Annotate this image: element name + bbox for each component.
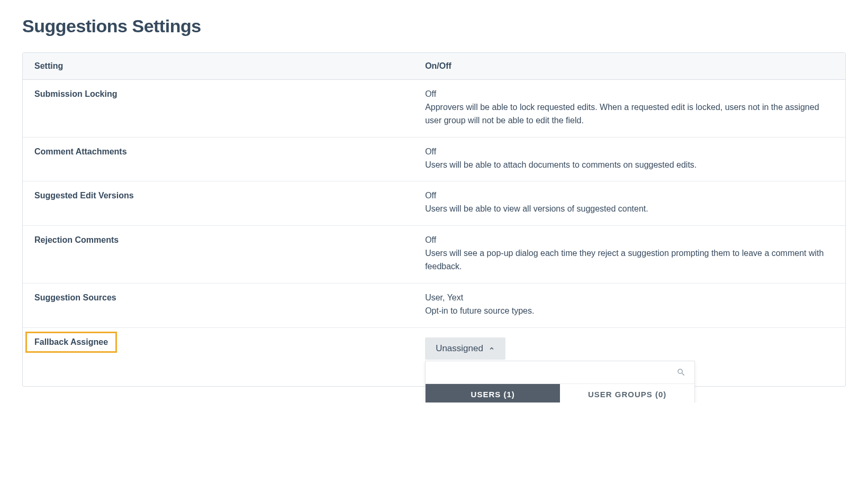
desc-suggested-edit-versions: Users will be able to view all versions …: [425, 203, 834, 216]
table-row: Comment Attachments Off Users will be ab…: [23, 138, 845, 182]
table-row: Fallback Assignee Unassigned: [23, 328, 845, 386]
unassigned-button[interactable]: Unassigned: [425, 337, 505, 360]
settings-table: Setting On/Off Submission Locking Off Ap…: [22, 52, 846, 387]
table-row: Submission Locking Off Approvers will be…: [23, 80, 845, 138]
status-suggestion-sources: User, Yext: [425, 293, 834, 303]
header-onoff: On/Off: [413, 53, 845, 79]
dropdown-button-label: Unassigned: [436, 343, 483, 354]
desc-rejection-comments: Users will see a pop-up dialog each time…: [425, 247, 834, 273]
search-input[interactable]: [434, 368, 676, 377]
setting-submission-locking: Submission Locking: [34, 89, 402, 99]
setting-suggested-edit-versions: Suggested Edit Versions: [34, 191, 402, 200]
page-title: Suggestions Settings: [22, 16, 846, 36]
setting-comment-attachments: Comment Attachments: [34, 147, 402, 157]
table-row: Suggested Edit Versions Off Users will b…: [23, 181, 845, 226]
tab-user-groups[interactable]: USER GROUPS (0): [560, 384, 694, 402]
search-row: [426, 361, 694, 384]
desc-comment-attachments: Users will be able to attach documents t…: [425, 159, 834, 172]
setting-suggestion-sources: Suggestion Sources: [34, 293, 402, 303]
dropdown-popup: USERS (1) USER GROUPS (0) Lucy Connell y…: [425, 361, 695, 402]
fallback-assignee-dropdown: Unassigned USERS (1): [425, 337, 505, 360]
status-suggested-edit-versions: Off: [425, 191, 834, 200]
desc-suggestion-sources: Opt-in to future source types.: [425, 305, 834, 318]
table-header: Setting On/Off: [23, 53, 845, 80]
status-submission-locking: Off: [425, 89, 834, 99]
status-comment-attachments: Off: [425, 147, 834, 157]
chevron-up-icon: [489, 345, 495, 352]
setting-rejection-comments: Rejection Comments: [34, 235, 402, 245]
status-rejection-comments: Off: [425, 235, 834, 245]
search-icon: [676, 368, 686, 377]
table-row: Suggestion Sources User, Yext Opt-in to …: [23, 283, 845, 328]
desc-submission-locking: Approvers will be able to lock requested…: [425, 101, 834, 127]
setting-fallback-assignee: Fallback Assignee: [25, 332, 117, 353]
header-setting: Setting: [23, 53, 413, 79]
tabs-row: USERS (1) USER GROUPS (0): [426, 384, 694, 402]
table-row: Rejection Comments Off Users will see a …: [23, 226, 845, 283]
tab-users[interactable]: USERS (1): [426, 384, 560, 402]
